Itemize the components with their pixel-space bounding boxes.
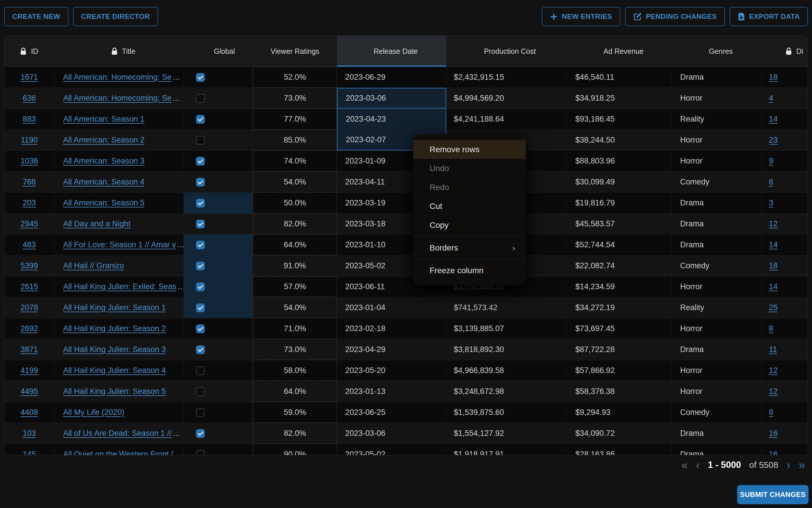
global-cell[interactable]: [184, 402, 253, 423]
title-cell[interactable]: All Hail King Julien: Season 2: [54, 318, 184, 339]
title-link[interactable]: All Hail King Julien: Season 2: [63, 324, 166, 333]
next-page-button[interactable]: ›: [786, 459, 790, 471]
title-link[interactable]: All American: Season 5: [63, 199, 145, 207]
viewer-rating-cell[interactable]: 74.0%: [253, 151, 337, 171]
title-cell[interactable]: All American: Season 5: [54, 193, 184, 213]
production-cost-cell[interactable]: $1,539,875.60: [446, 402, 566, 423]
title-link[interactable]: All Hail King Julien: Season 5: [63, 387, 166, 396]
title-link[interactable]: All American: Season 2: [63, 136, 145, 144]
directors-count-link[interactable]: 12: [769, 219, 778, 228]
id-link[interactable]: 1671: [21, 73, 38, 82]
id-cell[interactable]: 2078: [4, 297, 54, 318]
global-checkbox[interactable]: [196, 157, 205, 166]
global-checkbox[interactable]: [196, 408, 205, 417]
context-menu-item-copy[interactable]: Copy: [413, 216, 526, 235]
global-cell[interactable]: [184, 255, 253, 276]
title-link[interactable]: All Day and a Night: [63, 219, 130, 228]
genre-cell[interactable]: Reality: [671, 297, 761, 318]
id-link[interactable]: 636: [23, 94, 36, 103]
genre-cell[interactable]: Drama: [671, 214, 761, 234]
id-link[interactable]: 1036: [21, 157, 38, 166]
global-cell[interactable]: [184, 109, 253, 129]
viewer-rating-cell[interactable]: 54.0%: [253, 297, 337, 318]
directors-count-link[interactable]: 6: [769, 177, 773, 186]
id-cell[interactable]: 5399: [4, 255, 54, 276]
id-cell[interactable]: 2692: [4, 318, 54, 339]
title-link[interactable]: All American: Season 4: [63, 177, 145, 186]
pending-changes-button[interactable]: PENDING CHANGES: [625, 7, 725, 26]
context-menu-item-borders[interactable]: Borders ›: [413, 238, 526, 257]
production-cost-cell[interactable]: $1,918,917.91: [446, 444, 566, 455]
global-checkbox[interactable]: [196, 387, 205, 396]
viewer-rating-cell[interactable]: 64.0%: [253, 381, 337, 402]
submit-changes-button[interactable]: SUBMIT CHANGES: [737, 485, 809, 504]
export-data-button[interactable]: EXPORT DATA: [730, 7, 808, 26]
viewer-rating-cell[interactable]: 71.0%: [253, 318, 337, 339]
create-new-button[interactable]: CREATE NEW: [4, 7, 69, 26]
title-link[interactable]: All Quiet on the Western Front /: [63, 450, 173, 455]
directors-count-link[interactable]: 18: [769, 73, 778, 82]
directors-cell[interactable]: 16: [761, 444, 808, 455]
context-menu-item-cut[interactable]: Cut: [413, 197, 526, 216]
directors-cell[interactable]: 11: [761, 339, 808, 360]
global-checkbox[interactable]: [196, 241, 205, 249]
global-cell[interactable]: [184, 277, 253, 297]
viewer-rating-cell[interactable]: 73.0%: [253, 88, 337, 109]
context-menu-item-redo[interactable]: Redo: [413, 178, 526, 197]
genre-cell[interactable]: Comedy: [671, 402, 761, 423]
directors-cell[interactable]: 14: [761, 277, 808, 297]
directors-count-link[interactable]: 16: [769, 429, 778, 438]
id-link[interactable]: 3871: [21, 345, 38, 354]
global-cell[interactable]: [184, 172, 253, 192]
context-menu-item-undo[interactable]: Undo: [413, 159, 526, 178]
genre-cell[interactable]: Horror: [671, 277, 761, 297]
global-checkbox[interactable]: [196, 73, 205, 82]
global-checkbox[interactable]: [196, 220, 205, 228]
global-checkbox[interactable]: [196, 178, 205, 186]
title-link[interactable]: All My Life (2020): [63, 408, 124, 417]
global-checkbox[interactable]: [196, 283, 205, 291]
production-cost-cell[interactable]: $3,248,672.98: [446, 381, 566, 402]
directors-count-link[interactable]: 18: [769, 261, 778, 270]
directors-cell[interactable]: 8: [761, 402, 808, 423]
title-link[interactable]: All Hail King Julien: Season 1: [63, 303, 166, 312]
genre-cell[interactable]: Horror: [671, 151, 761, 171]
ad-revenue-cell[interactable]: $19,816.79: [566, 193, 672, 213]
global-checkbox[interactable]: [196, 303, 205, 312]
column-header-ad_revenue[interactable]: Ad Revenue: [566, 36, 672, 67]
title-link[interactable]: All Hail // Granizo: [63, 261, 124, 270]
directors-count-link[interactable]: 12: [769, 387, 778, 396]
ad-revenue-cell[interactable]: $14,234.59: [566, 277, 672, 297]
release-date-cell[interactable]: 2023-01-13: [337, 381, 446, 402]
viewer-rating-cell[interactable]: 58.0%: [253, 360, 337, 381]
directors-cell[interactable]: 6: [761, 172, 808, 192]
title-link[interactable]: All Hail King Julien: Season 4: [63, 366, 166, 375]
release-date-cell[interactable]: 2023-04-23: [337, 109, 446, 129]
genre-cell[interactable]: Drama: [671, 193, 761, 213]
viewer-rating-cell[interactable]: 73.0%: [253, 339, 337, 360]
ad-revenue-cell[interactable]: $93,186.45: [566, 109, 672, 129]
genre-cell[interactable]: Reality: [671, 109, 761, 129]
title-cell[interactable]: All Hail // Granizo: [54, 255, 184, 276]
genre-cell[interactable]: Horror: [671, 130, 761, 151]
ad-revenue-cell[interactable]: $57,866.92: [566, 360, 672, 381]
directors-count-link[interactable]: 8: [769, 408, 773, 417]
ad-revenue-cell[interactable]: $34,272.19: [566, 297, 672, 318]
id-cell[interactable]: 636: [4, 88, 54, 109]
title-cell[interactable]: All Quiet on the Western Front /…: [54, 444, 184, 455]
genre-cell[interactable]: Horror: [671, 88, 761, 109]
global-cell[interactable]: [184, 318, 253, 339]
release-date-cell[interactable]: 2023-06-25: [337, 402, 446, 423]
directors-cell[interactable]: 12: [761, 214, 808, 234]
directors-count-link[interactable]: 14: [769, 240, 778, 249]
column-header-directors[interactable]: Di: [761, 36, 808, 67]
ad-revenue-cell[interactable]: $46,540.11: [566, 67, 672, 88]
column-header-global[interactable]: Global: [184, 36, 253, 67]
prev-page-button[interactable]: ‹: [696, 459, 700, 471]
ad-revenue-cell[interactable]: $52,744.54: [566, 235, 672, 255]
id-link[interactable]: 768: [23, 177, 36, 186]
last-page-button[interactable]: »: [799, 459, 805, 471]
viewer-rating-cell[interactable]: 82.0%: [253, 214, 337, 234]
global-cell[interactable]: [184, 235, 253, 255]
release-date-cell[interactable]: 2023-01-04: [337, 297, 446, 318]
